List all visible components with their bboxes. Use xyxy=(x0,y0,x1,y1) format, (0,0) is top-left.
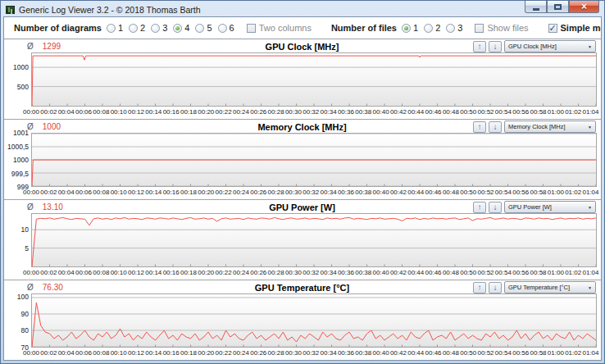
file-count-radio-group: 123 xyxy=(402,23,468,33)
x-tick-label: 00:14 xyxy=(145,349,161,357)
minimize-button[interactable] xyxy=(525,1,547,13)
radio-icon[interactable] xyxy=(402,24,411,33)
arrow-down-icon: ↓ xyxy=(494,203,498,211)
diagram-count-label: Number of diagrams xyxy=(14,23,102,33)
radio-option-5[interactable]: 5 xyxy=(195,23,212,33)
x-tick-label: 00:58 xyxy=(530,189,547,197)
arrow-up-icon: ↑ xyxy=(478,203,482,211)
y-tick-label: 5 xyxy=(25,244,29,253)
radio-option-4[interactable]: 4 xyxy=(173,23,189,33)
radio-icon[interactable] xyxy=(195,24,204,33)
radio-option-3[interactable]: 3 xyxy=(151,23,167,33)
minimize-icon xyxy=(533,8,539,11)
x-tick-label: 00:54 xyxy=(495,189,512,197)
average-readout: Ø 1299 xyxy=(27,42,61,51)
x-tick-label: 00:26 xyxy=(250,108,266,116)
x-tick-label: 00:44 xyxy=(407,189,424,197)
radio-icon[interactable] xyxy=(129,24,138,33)
y-axis-labels: 10011000,51000999,5999 xyxy=(7,133,31,187)
move-chart-up-button[interactable]: ↑ xyxy=(473,282,486,293)
x-tick-label: 00:22 xyxy=(216,269,232,277)
metric-select[interactable]: GPU Temperature [°C] ▼ xyxy=(504,281,596,293)
maximize-button[interactable] xyxy=(547,1,569,13)
average-readout: Ø 76.30 xyxy=(27,283,63,292)
radio-icon[interactable] xyxy=(424,24,433,33)
x-tick-label: 00:46 xyxy=(425,108,442,116)
x-tick-label: 00:54 xyxy=(495,269,512,277)
radio-option-label: 1 xyxy=(413,23,418,33)
average-value: 76.30 xyxy=(43,283,63,292)
x-tick-label: 00:46 xyxy=(425,349,442,357)
move-chart-down-button[interactable]: ↓ xyxy=(489,41,502,52)
x-tick-label: 01:00 xyxy=(548,269,564,277)
radio-icon[interactable] xyxy=(446,24,455,33)
x-tick-label: 00:30 xyxy=(285,108,302,116)
app-icon xyxy=(6,6,15,14)
app-window: Generic Log Viewer 3.2 - © 2018 Thomas B… xyxy=(0,0,605,364)
x-tick-label: 00:44 xyxy=(407,108,424,116)
radio-icon[interactable] xyxy=(218,24,227,33)
arrow-up-icon: ↑ xyxy=(478,284,482,291)
x-tick-label: 00:06 xyxy=(75,108,92,116)
move-chart-down-button[interactable]: ↓ xyxy=(489,282,502,293)
radio-option-1[interactable]: 1 xyxy=(107,23,123,33)
x-tick-label: 00:08 xyxy=(93,108,109,116)
x-tick-label: 00:12 xyxy=(128,189,144,197)
chart-controls: ↑ ↓ GPU Power [W] ▼ xyxy=(473,201,596,213)
radio-icon[interactable] xyxy=(173,24,182,33)
move-chart-up-button[interactable]: ↑ xyxy=(473,41,486,52)
x-tick-label: 00:22 xyxy=(216,108,232,116)
x-tick-label: 00:32 xyxy=(302,108,319,116)
chart-header: Ø 1299 GPU Clock [MHz] ↑ ↓ GPU Clock [MH… xyxy=(7,40,597,52)
show-files-checkbox[interactable] xyxy=(475,24,484,33)
radio-icon[interactable] xyxy=(107,24,116,33)
x-tick-label: 00:08 xyxy=(93,349,109,357)
x-tick-label: 00:30 xyxy=(285,349,302,357)
x-tick-label: 00:02 xyxy=(40,108,57,116)
x-tick-label: 00:56 xyxy=(512,189,529,197)
x-tick-label: 00:38 xyxy=(355,269,371,277)
radio-option-2[interactable]: 2 xyxy=(129,23,145,33)
window-content: Number of diagrams 123456 Two columns Nu… xyxy=(3,16,602,361)
x-tick-label: 01:04 xyxy=(583,269,599,277)
chart-svg xyxy=(32,294,596,347)
radio-option-label: 2 xyxy=(435,23,440,33)
x-tick-label: 00:48 xyxy=(443,189,459,197)
average-icon: Ø xyxy=(27,202,34,212)
radio-option-3[interactable]: 3 xyxy=(446,23,462,33)
radio-option-1[interactable]: 1 xyxy=(402,23,418,33)
move-chart-down-button[interactable]: ↓ xyxy=(489,121,502,133)
x-tick-label: 00:34 xyxy=(321,189,337,197)
y-tick-label: 500 xyxy=(17,83,29,91)
show-files-option[interactable]: Show files xyxy=(475,23,528,33)
y-tick-label: 999,5 xyxy=(11,170,29,178)
close-button[interactable]: × xyxy=(569,1,599,13)
x-tick-label: 00:02 xyxy=(40,269,57,277)
metric-select-value: GPU Temperature [°C] xyxy=(508,284,570,291)
metric-select[interactable]: GPU Clock [MHz] ▼ xyxy=(504,40,596,52)
x-axis-labels: 00:0000:0200:0400:0600:0800:1000:1200:14… xyxy=(23,107,599,116)
x-tick-label: 00:32 xyxy=(302,349,319,357)
metric-select[interactable]: Memory Clock [MHz] ▼ xyxy=(504,121,596,133)
metric-select[interactable]: GPU Power [W] ▼ xyxy=(504,201,596,213)
title-bar[interactable]: Generic Log Viewer 3.2 - © 2018 Thomas B… xyxy=(1,1,604,16)
x-tick-label: 00:50 xyxy=(460,269,476,277)
radio-option-2[interactable]: 2 xyxy=(424,23,440,33)
average-icon: Ø xyxy=(27,42,34,51)
x-tick-label: 00:06 xyxy=(75,269,92,277)
move-chart-up-button[interactable]: ↑ xyxy=(473,121,486,133)
two-columns-checkbox[interactable] xyxy=(247,24,256,33)
simple-mode-option[interactable]: ✓ Simple mode xyxy=(548,23,602,33)
radio-icon[interactable] xyxy=(151,24,160,33)
two-columns-option[interactable]: Two columns xyxy=(247,23,312,33)
x-tick-label: 00:04 xyxy=(58,189,75,197)
x-tick-label: 00:36 xyxy=(338,269,354,277)
x-tick-label: 00:14 xyxy=(145,189,161,197)
move-chart-down-button[interactable]: ↓ xyxy=(489,202,502,213)
x-tick-label: 00:06 xyxy=(75,189,92,197)
x-tick-label: 00:32 xyxy=(302,269,319,277)
move-chart-up-button[interactable]: ↑ xyxy=(473,202,486,213)
radio-option-6[interactable]: 6 xyxy=(218,23,234,33)
x-tick-label: 00:48 xyxy=(443,349,459,357)
simple-mode-checkbox[interactable]: ✓ xyxy=(548,24,557,33)
